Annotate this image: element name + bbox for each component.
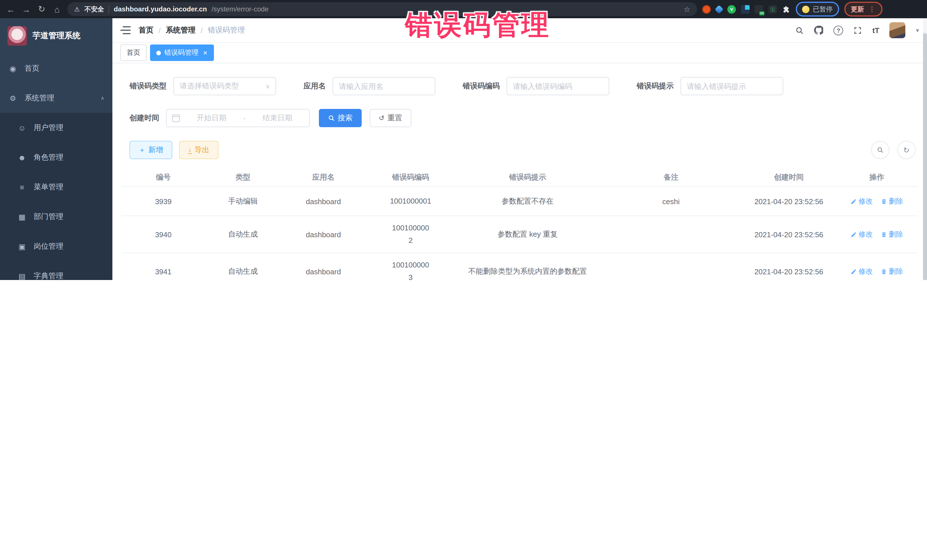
delete-link[interactable]: 删除 bbox=[881, 229, 903, 239]
switch-on-extension-icon[interactable] bbox=[755, 5, 763, 14]
reset-icon: ↺ bbox=[379, 115, 384, 121]
search-button-label: 搜索 bbox=[338, 113, 353, 123]
browser-forward-icon[interactable]: → bbox=[21, 4, 31, 14]
date-range-separator: - bbox=[243, 114, 246, 122]
row-type: 手动编辑 bbox=[205, 196, 281, 206]
avatar-caret-down-icon[interactable]: ▾ bbox=[916, 27, 919, 34]
row-time: 2021-04-20 23:52:56 bbox=[742, 230, 836, 239]
tab-close-icon[interactable]: × bbox=[203, 49, 207, 56]
tree-icon: ≡ bbox=[17, 183, 27, 191]
url-path: /system/error-code bbox=[212, 5, 269, 13]
gear-icon: ⚙ bbox=[8, 94, 18, 102]
column-header: 应用名 bbox=[281, 172, 366, 182]
omnibox-divider bbox=[109, 5, 109, 13]
row-app: dashboard bbox=[281, 197, 366, 206]
search-button[interactable]: 搜索 bbox=[319, 109, 362, 127]
sidebar-item-label: 系统管理 bbox=[24, 93, 54, 103]
row-app: dashboard bbox=[281, 230, 366, 239]
delete-link[interactable]: 删除 bbox=[881, 196, 903, 206]
search-icon[interactable] bbox=[795, 26, 804, 35]
browser-reload-icon[interactable]: ↻ bbox=[36, 4, 47, 14]
extensions-puzzle-icon[interactable] bbox=[782, 5, 791, 14]
create-time-range-picker[interactable]: 开始日期 - 结束日期 bbox=[166, 109, 310, 127]
app-name-label: 应用名 bbox=[304, 81, 326, 91]
row-code: 1001000001 bbox=[366, 195, 455, 208]
app-logo-area[interactable]: 芋道管理系统 bbox=[0, 18, 112, 54]
font-size-icon[interactable]: tT bbox=[872, 26, 879, 35]
row-actions: 修改删除 bbox=[836, 267, 918, 276]
github-icon[interactable] bbox=[814, 26, 823, 35]
row-hint: 参数配置不存在 bbox=[455, 196, 600, 206]
reset-button-label: 重置 bbox=[388, 113, 402, 123]
help-icon[interactable]: ? bbox=[833, 25, 843, 35]
sidebar-item-role-management[interactable]: ☻角色管理 bbox=[0, 143, 112, 172]
sidebar-item-dict-management[interactable]: ▤字典管理 bbox=[0, 261, 112, 280]
gem-extension-icon[interactable] bbox=[714, 5, 723, 14]
row-app: dashboard bbox=[281, 267, 366, 276]
tab-bar: 首页错误码管理× bbox=[112, 43, 927, 63]
not-secure-warning-icon: ⚠ bbox=[74, 5, 80, 13]
collapse-menu-icon[interactable] bbox=[120, 26, 131, 34]
sidebar-item-home[interactable]: ◉首页 bbox=[0, 54, 112, 83]
grid-extension-icon[interactable] bbox=[741, 5, 749, 14]
edit-link[interactable]: 修改 bbox=[851, 196, 873, 206]
app-name-input[interactable] bbox=[333, 77, 435, 95]
refresh-table-button[interactable]: ↻ bbox=[897, 141, 916, 159]
filter-form-row-1: 错误码类型 请选择错误码类型 ∨ 应用名 错误码编码 bbox=[129, 77, 918, 95]
sidebar-menu: ◉首页⚙系统管理∧☺用户管理☻角色管理≡菜单管理▦部门管理▣岗位管理▤字典管理✉… bbox=[0, 54, 112, 280]
browser-home-icon[interactable]: ⌂ bbox=[52, 4, 62, 14]
dashboard-icon: ◉ bbox=[8, 64, 18, 73]
scrollbar-thumb[interactable] bbox=[923, 33, 927, 280]
sidebar-item-label: 部门管理 bbox=[33, 212, 63, 222]
sidebar-item-dept-management[interactable]: ▦部门管理 bbox=[0, 202, 112, 232]
table-header-row: 编号类型应用名错误码编码错误码提示备注创建时间操作 bbox=[122, 168, 918, 187]
ubuntu-extension-icon[interactable] bbox=[702, 5, 711, 14]
row-id: 3941 bbox=[122, 267, 205, 276]
table-body: 3939手动编辑dashboard1001000001参数配置不存在ceshi2… bbox=[122, 187, 918, 280]
breadcrumb-item[interactable]: 系统管理 bbox=[166, 25, 195, 35]
user-avatar[interactable] bbox=[890, 22, 906, 38]
green-v-extension-icon[interactable]: v bbox=[727, 5, 736, 14]
sidebar-item-user-management[interactable]: ☺用户管理 bbox=[0, 113, 112, 143]
tab-label: 错误码管理 bbox=[164, 48, 199, 58]
breadcrumb-item[interactable]: 首页 bbox=[138, 25, 153, 35]
browser-menu-kebab-icon[interactable]: ⋮ bbox=[869, 5, 875, 13]
row-code: 100100000 3 bbox=[366, 259, 455, 280]
reset-button[interactable]: ↺ 重置 bbox=[370, 109, 411, 127]
tab-error-code[interactable]: 错误码管理× bbox=[150, 44, 214, 61]
tab-home[interactable]: 首页 bbox=[120, 44, 147, 61]
sidebar-item-post-management[interactable]: ▣岗位管理 bbox=[0, 232, 112, 261]
delete-link[interactable]: 删除 bbox=[881, 267, 903, 276]
error-hint-label: 错误码提示 bbox=[637, 81, 674, 91]
edit-link[interactable]: 修改 bbox=[851, 229, 873, 239]
error-type-select-placeholder: 请选择错误码类型 bbox=[180, 81, 239, 91]
error-type-select[interactable]: 请选择错误码类型 ∨ bbox=[173, 77, 276, 95]
page-scrollbar[interactable] bbox=[923, 18, 927, 280]
add-button[interactable]: ＋ 新增 bbox=[129, 141, 172, 159]
not-secure-label: 不安全 bbox=[84, 5, 104, 14]
browser-back-icon[interactable]: ← bbox=[6, 4, 16, 14]
row-code: 100100000 2 bbox=[366, 222, 455, 247]
column-header: 操作 bbox=[836, 172, 918, 182]
address-bar[interactable]: ⚠ 不安全 dashboard.yudao.iocoder.cn/system/… bbox=[67, 2, 697, 16]
sidebar-item-system-management[interactable]: ⚙系统管理∧ bbox=[0, 83, 112, 113]
calendar-icon bbox=[172, 114, 180, 122]
edit-link[interactable]: 修改 bbox=[851, 267, 873, 276]
bookmark-star-icon[interactable]: ☆ bbox=[684, 5, 690, 14]
sidebar-item-menu-management[interactable]: ≡菜单管理 bbox=[0, 172, 112, 202]
error-code-input[interactable] bbox=[506, 77, 609, 95]
user-icon: ☺ bbox=[17, 123, 27, 132]
column-header: 错误码编码 bbox=[366, 172, 455, 182]
fullscreen-icon[interactable] bbox=[853, 26, 862, 35]
plus-icon: ＋ bbox=[138, 147, 146, 153]
add-button-label: 新增 bbox=[148, 145, 163, 155]
export-button[interactable]: ↓ 导出 bbox=[179, 141, 219, 159]
toggle-search-button[interactable] bbox=[871, 141, 889, 159]
breadcrumb-item: 错误码管理 bbox=[208, 25, 245, 35]
key-extension-icon[interactable]: ⚿ bbox=[768, 5, 777, 14]
annotation-overlay-title: 错误码管理 bbox=[405, 7, 550, 43]
browser-profile-button[interactable]: 已暂停 bbox=[796, 2, 839, 17]
breadcrumb-separator: / bbox=[201, 26, 202, 35]
browser-update-button[interactable]: 更新 ⋮ bbox=[844, 2, 882, 17]
error-hint-input[interactable] bbox=[681, 77, 783, 95]
